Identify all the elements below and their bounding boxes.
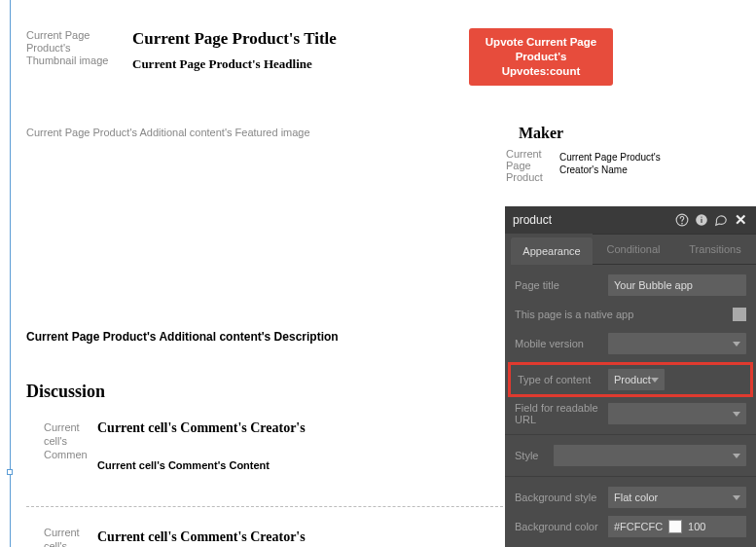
creator-thumb-placeholder[interactable]: Current Page Product bbox=[506, 148, 555, 183]
color-control[interactable]: #FCFCFC 100 bbox=[608, 516, 746, 537]
select-readable-url[interactable] bbox=[608, 403, 746, 424]
input-page-title[interactable]: Your Bubble app bbox=[608, 274, 746, 296]
tab-conditional[interactable]: Conditional bbox=[593, 234, 674, 265]
chevron-down-icon bbox=[733, 412, 740, 417]
select-style[interactable] bbox=[554, 445, 746, 466]
svg-point-4 bbox=[701, 216, 702, 217]
cell-divider bbox=[26, 506, 503, 507]
svg-rect-3 bbox=[701, 219, 702, 223]
panel-divider bbox=[505, 476, 756, 477]
label-native-app: This page is a native app bbox=[515, 309, 733, 320]
select-mobile-version[interactable] bbox=[608, 333, 746, 354]
checkbox-native-app[interactable] bbox=[733, 308, 746, 321]
label-style: Style bbox=[515, 450, 554, 461]
chevron-down-icon bbox=[733, 454, 740, 458]
comment-creator[interactable]: Current cell's Comment's Creator's bbox=[97, 420, 306, 436]
product-title[interactable]: Current Page Product's Title bbox=[132, 29, 337, 49]
page-left-guide bbox=[10, 0, 11, 547]
row-style: Style bbox=[515, 441, 746, 470]
tab-appearance[interactable]: Appearance bbox=[511, 237, 593, 265]
product-headline[interactable]: Current Page Product's Headline bbox=[132, 56, 312, 72]
type-of-content-value: Product bbox=[614, 374, 651, 385]
resize-handle[interactable] bbox=[7, 469, 13, 475]
chevron-down-icon bbox=[733, 342, 740, 346]
row-page-title: Page title Your Bubble app bbox=[515, 271, 746, 300]
editor-canvas: Current Page Product's Thumbnail image C… bbox=[0, 0, 756, 547]
label-readable-url: Field for readable URL bbox=[515, 402, 608, 425]
featured-image-placeholder[interactable]: Current Page Product's Additional conten… bbox=[26, 127, 310, 139]
info-icon[interactable] bbox=[694, 212, 709, 228]
label-type-of-content: Type of content bbox=[515, 374, 608, 385]
select-type-of-content[interactable]: Product bbox=[608, 369, 665, 390]
panel-divider bbox=[505, 434, 756, 435]
comment-thumb-placeholder[interactable]: Current cell's bbox=[44, 526, 92, 547]
chevron-down-icon bbox=[651, 378, 659, 383]
chevron-down-icon bbox=[733, 495, 740, 500]
tab-transitions[interactable]: Transitions bbox=[674, 234, 756, 265]
label-mobile-version: Mobile version bbox=[515, 338, 608, 349]
panel-header[interactable]: product ✕ bbox=[505, 206, 756, 234]
close-icon[interactable]: ✕ bbox=[733, 212, 748, 228]
comment-icon[interactable] bbox=[713, 212, 729, 228]
maker-heading[interactable]: Maker bbox=[519, 125, 563, 142]
upvote-button[interactable]: Upvote Current Page Product's Upvotes:co… bbox=[469, 28, 613, 86]
comment-creator[interactable]: Current cell's Comment's Creator's bbox=[97, 529, 306, 545]
row-type-of-content-highlight: Type of content Product bbox=[508, 362, 753, 397]
bg-style-value: Flat color bbox=[614, 492, 658, 503]
creator-name[interactable]: Current Page Product's Creator's Name bbox=[559, 151, 676, 176]
select-background-style[interactable]: Flat color bbox=[608, 487, 746, 508]
color-swatch[interactable] bbox=[668, 520, 682, 533]
discussion-heading[interactable]: Discussion bbox=[26, 382, 105, 402]
svg-point-1 bbox=[682, 223, 683, 224]
row-native-app: This page is a native app bbox=[515, 300, 746, 329]
property-panel: product ✕ Appearance Conditional Transit… bbox=[505, 206, 756, 547]
thumbnail-placeholder[interactable]: Current Page Product's Thumbnail image bbox=[26, 29, 119, 67]
row-background-style: Background style Flat color bbox=[515, 483, 746, 512]
label-background-color: Background color bbox=[515, 521, 608, 532]
label-background-style: Background style bbox=[515, 492, 608, 503]
comment-thumb-placeholder[interactable]: Current cell's Commen bbox=[44, 420, 92, 461]
panel-body: Page title Your Bubble app This page is … bbox=[505, 265, 756, 541]
bg-color-hex: #FCFCFC bbox=[614, 521, 663, 532]
row-readable-url: Field for readable URL bbox=[515, 399, 746, 428]
bg-color-opacity: 100 bbox=[688, 521, 705, 532]
description-placeholder[interactable]: Current Page Product's Additional conten… bbox=[26, 330, 339, 344]
label-page-title: Page title bbox=[515, 279, 608, 291]
row-mobile-version: Mobile version bbox=[515, 329, 746, 358]
help-icon[interactable] bbox=[674, 212, 690, 228]
panel-element-name: product bbox=[513, 213, 552, 227]
panel-tabs: Appearance Conditional Transitions bbox=[505, 234, 756, 265]
comment-content[interactable]: Current cell's Comment's Content bbox=[97, 459, 270, 471]
row-background-color: Background color #FCFCFC 100 bbox=[515, 512, 746, 541]
